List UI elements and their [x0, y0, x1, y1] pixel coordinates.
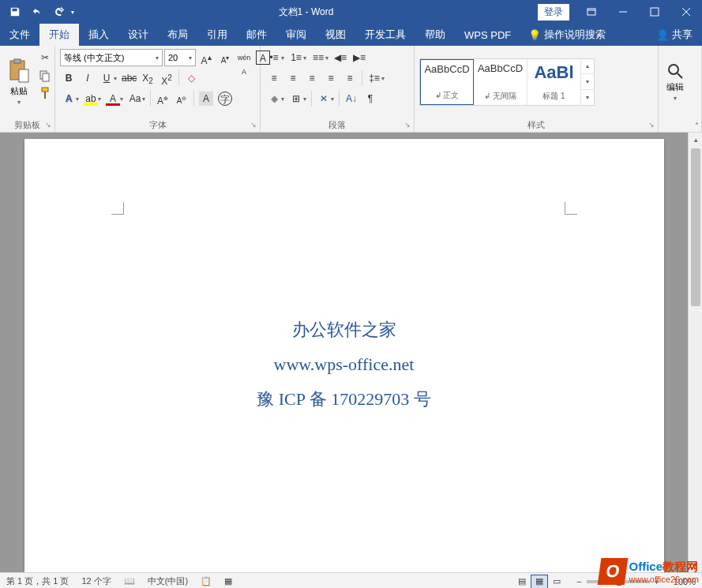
- styles-launcher[interactable]: ↘: [647, 121, 656, 130]
- tab-layout[interactable]: 布局: [158, 24, 197, 46]
- grow-font-button[interactable]: A▴: [197, 49, 215, 66]
- scroll-thumb[interactable]: [691, 148, 700, 306]
- decrease-indent-button[interactable]: ◀≡: [332, 49, 349, 66]
- char-shading-button[interactable]: A: [197, 90, 215, 107]
- paste-button[interactable]: 粘贴 ▾: [5, 49, 33, 114]
- increase-indent-button[interactable]: ▶≡: [351, 49, 368, 66]
- status-page[interactable]: 第 1 页，共 1 页: [5, 575, 70, 587]
- clear-format-button[interactable]: ◇: [182, 69, 200, 87]
- align-left-button[interactable]: ≡: [265, 69, 283, 87]
- multilevel-button[interactable]: ≡≡▾: [310, 49, 330, 66]
- change-case-button[interactable]: Aa▾: [126, 90, 147, 107]
- format-painter-button[interactable]: [36, 85, 54, 101]
- status-language[interactable]: 中文(中国): [146, 575, 190, 587]
- ribbon-display-button[interactable]: [576, 0, 607, 24]
- chevron-down-icon: ▾: [674, 95, 677, 102]
- shrink-font-button[interactable]: A▾: [216, 49, 234, 66]
- tab-references[interactable]: 引用: [197, 24, 237, 46]
- justify-button[interactable]: ≡: [322, 69, 340, 87]
- document-text[interactable]: 办公软件之家: [103, 313, 585, 347]
- phonetic-guide-button[interactable]: wénA: [235, 49, 253, 66]
- shading-button[interactable]: ◆▾: [265, 90, 286, 107]
- clipboard-launcher[interactable]: ↘: [43, 121, 53, 130]
- style-heading1[interactable]: AaBl 标题 1: [527, 59, 581, 105]
- tab-home[interactable]: 开始: [39, 24, 79, 46]
- style-normal[interactable]: AaBbCcD ↲ 正文: [420, 59, 474, 105]
- maximize-button[interactable]: [639, 0, 670, 24]
- sort-button[interactable]: A↓: [343, 90, 360, 107]
- login-button[interactable]: 登录: [538, 4, 569, 21]
- tab-design[interactable]: 设计: [118, 24, 158, 46]
- collapse-ribbon-button[interactable]: ˄: [695, 122, 699, 130]
- undo-button[interactable]: [27, 2, 47, 22]
- enclose-char-button[interactable]: 字: [216, 90, 234, 107]
- borders-button[interactable]: ⊞▾: [287, 90, 308, 107]
- tab-developer[interactable]: 开发工具: [355, 24, 415, 46]
- page[interactable]: 办公软件之家 www.wps-office.net 豫 ICP 备 170229…: [24, 139, 664, 572]
- style-scroll-up[interactable]: ▴: [581, 59, 594, 75]
- copy-button[interactable]: [36, 68, 54, 84]
- font-color-button[interactable]: A▾: [104, 90, 125, 107]
- view-read-button[interactable]: ▤: [513, 575, 531, 589]
- document-viewport[interactable]: 办公软件之家 www.wps-office.net 豫 ICP 备 170229…: [0, 133, 688, 572]
- vertical-scrollbar[interactable]: ▴ ▾: [688, 133, 702, 572]
- status-words[interactable]: 12 个字: [80, 575, 112, 587]
- status-macro-icon[interactable]: ▦: [223, 576, 234, 586]
- align-right-button[interactable]: ≡: [303, 69, 321, 87]
- font-size-combo[interactable]: 20▾: [164, 49, 196, 66]
- document-text[interactable]: www.wps-office.net: [103, 347, 585, 382]
- superscript-button[interactable]: X2: [158, 69, 175, 87]
- svg-rect-2: [651, 8, 659, 16]
- view-print-button[interactable]: ▦: [531, 575, 548, 589]
- group-label-font: 字体: [149, 119, 167, 131]
- style-nospacing[interactable]: AaBbCcD ↲ 无间隔: [474, 59, 527, 105]
- tell-me-search[interactable]: 💡 操作说明搜索: [520, 24, 614, 46]
- redo-button[interactable]: [49, 2, 69, 22]
- numbering-button[interactable]: 1≡▾: [287, 49, 308, 66]
- share-icon: 👤: [656, 29, 669, 41]
- zoom-out-button[interactable]: −: [575, 577, 583, 586]
- paragraph-launcher[interactable]: ↘: [403, 121, 412, 130]
- style-gallery[interactable]: AaBbCcD ↲ 正文 AaBbCcD ↲ 无间隔 AaBl 标题 1 ▴ ▾…: [419, 58, 595, 106]
- style-scroll-down[interactable]: ▾: [581, 74, 594, 90]
- bold-button[interactable]: B: [60, 69, 77, 87]
- text-effects-button[interactable]: A▾: [60, 90, 81, 107]
- lightbulb-icon: 💡: [528, 29, 541, 41]
- share-button[interactable]: 👤 共享: [647, 24, 702, 46]
- save-button[interactable]: [5, 2, 25, 22]
- align-center-button[interactable]: ≡: [284, 69, 302, 87]
- close-button[interactable]: [670, 0, 702, 24]
- italic-button[interactable]: I: [79, 69, 96, 87]
- document-text[interactable]: 豫 ICP 备 170229703 号: [103, 382, 585, 417]
- view-web-button[interactable]: ▭: [548, 575, 565, 589]
- tab-help[interactable]: 帮助: [415, 24, 455, 46]
- font-launcher[interactable]: ↘: [249, 121, 258, 130]
- tab-mailings[interactable]: 邮件: [237, 24, 276, 46]
- show-marks-button[interactable]: ¶: [362, 90, 379, 107]
- grow-font2-button[interactable]: A⊕: [154, 90, 171, 107]
- subscript-button[interactable]: X2: [139, 69, 156, 87]
- line-spacing-button[interactable]: ‡≡▾: [366, 69, 386, 87]
- shrink-font2-button[interactable]: A⊖: [173, 90, 190, 107]
- highlight-button[interactable]: ab▾: [82, 90, 103, 107]
- bullets-button[interactable]: •≡▾: [265, 49, 286, 66]
- corner-icon: ↲: [435, 91, 441, 99]
- underline-button[interactable]: U▾: [98, 69, 118, 87]
- scroll-up-button[interactable]: ▴: [689, 133, 702, 147]
- tab-wpspdf[interactable]: WPS PDF: [455, 24, 520, 46]
- tab-file[interactable]: 文件: [0, 24, 39, 46]
- tab-insert[interactable]: 插入: [79, 24, 118, 46]
- tab-view[interactable]: 视图: [316, 24, 355, 46]
- style-expand[interactable]: ▾: [581, 90, 594, 105]
- tab-review[interactable]: 审阅: [276, 24, 316, 46]
- minimize-button[interactable]: [607, 0, 639, 24]
- font-name-combo[interactable]: 等线 (中文正文)▾: [60, 49, 163, 66]
- distribute-button[interactable]: ≡: [341, 69, 359, 87]
- status-proofing-icon[interactable]: 📖: [122, 576, 137, 586]
- margin-mark-icon: [111, 202, 124, 215]
- editing-button[interactable]: 编辑 ▾: [663, 49, 687, 114]
- cut-button[interactable]: ✂: [36, 49, 54, 66]
- strikethrough-button[interactable]: abc: [120, 69, 137, 87]
- status-insert-icon[interactable]: 📋: [199, 576, 213, 586]
- text-direction-button[interactable]: ✕▾: [315, 90, 336, 107]
